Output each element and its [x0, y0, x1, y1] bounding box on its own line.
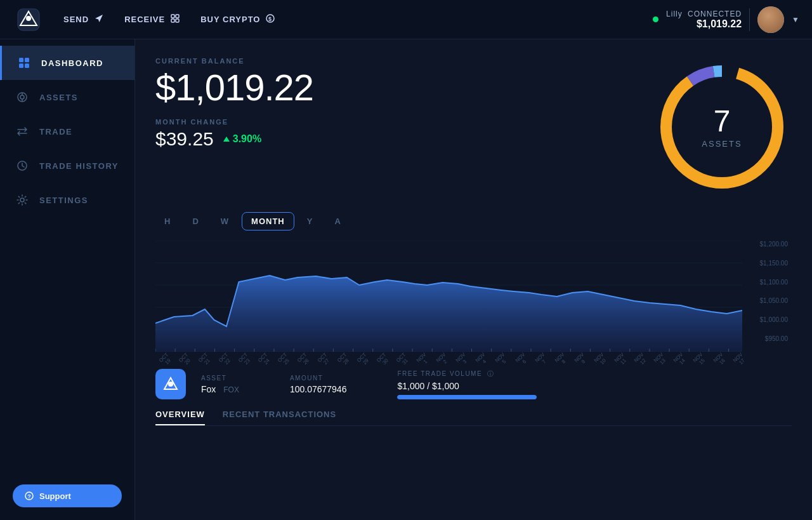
- logo[interactable]: [13, 8, 44, 32]
- tabs-row: OVERVIEW RECENT TRANSACTIONS: [155, 410, 792, 426]
- info-icon: ⓘ: [487, 370, 495, 377]
- support-button[interactable]: ? Support: [13, 484, 122, 507]
- chevron-down-icon[interactable]: ▼: [792, 15, 799, 24]
- sidebar-item-assets[interactable]: ASSETS: [0, 80, 134, 114]
- receive-label: RECEIVE: [124, 15, 165, 24]
- time-btn-a[interactable]: A: [325, 213, 350, 230]
- chart-wrapper: .xl { font-size: 8px; color: #3a5070; tr…: [155, 241, 792, 361]
- topnav-right: Lilly CONNECTED $1,019.22 ▼: [653, 6, 799, 33]
- asset-columns: ASSET Fox FOX AMOUNT 100.07677946 FREE T…: [201, 370, 792, 399]
- svg-point-18: [20, 198, 24, 202]
- y-label: $950.00: [765, 335, 788, 342]
- x-label: NOV14: [672, 351, 689, 368]
- asset-trade-vol-col: FREE TRADE VOLUME ⓘ $1,000 / $1,000: [397, 370, 537, 399]
- svg-point-62: [168, 382, 173, 387]
- status-dot: [653, 17, 658, 22]
- sidebar-label-dashboard: DASHBOARD: [41, 58, 103, 68]
- asset-amount-col: AMOUNT 100.07677946: [290, 375, 347, 394]
- svg-rect-10: [25, 58, 29, 62]
- donut-chart: 7 ASSETS: [652, 57, 792, 197]
- time-btn-w[interactable]: W: [212, 213, 238, 230]
- amount-value: 100.07677946: [290, 384, 347, 394]
- sidebar-spacer: [0, 217, 134, 472]
- sidebar-item-trade[interactable]: TRADE: [0, 114, 134, 149]
- time-btn-y[interactable]: Y: [298, 213, 322, 230]
- send-button[interactable]: SEND: [63, 13, 104, 25]
- y-label: $1,200.00: [760, 241, 789, 248]
- x-label: NOV1: [415, 351, 432, 368]
- month-change-pct: 3.90%: [223, 133, 261, 145]
- svg-rect-3: [171, 15, 174, 18]
- asset-col-label: ASSET: [201, 375, 239, 382]
- x-label: OCT24: [256, 351, 273, 368]
- sidebar-label-trade-history: TRADE HISTORY: [39, 161, 119, 171]
- settings-icon: [15, 193, 29, 207]
- x-label: NOV17: [731, 351, 749, 368]
- x-label: OCT26: [296, 351, 313, 368]
- x-label: NOV10: [593, 351, 610, 368]
- x-label: OCT22: [217, 351, 234, 368]
- svg-rect-4: [176, 15, 179, 18]
- time-btn-h[interactable]: H: [155, 213, 180, 230]
- top-section: CURRENT BALANCE $1,019.22 MONTH CHANGE $…: [155, 57, 792, 197]
- asset-name-value: Fox FOX: [201, 384, 239, 394]
- svg-rect-5: [171, 19, 174, 22]
- assets-icon: [15, 90, 29, 104]
- sidebar-item-dashboard[interactable]: DASHBOARD: [0, 46, 134, 80]
- buy-crypto-button[interactable]: BUY CRYPTO $: [200, 13, 275, 25]
- amount-col-label: AMOUNT: [290, 375, 347, 382]
- x-label: NOV16: [712, 351, 729, 368]
- x-label: NOV3: [454, 351, 471, 368]
- avatar-image: [757, 6, 784, 33]
- tab-overview[interactable]: OVERVIEW: [155, 410, 205, 425]
- sidebar: DASHBOARD ASSETS TRADE: [0, 39, 135, 520]
- x-label: NOV7: [534, 351, 551, 368]
- sidebar-item-settings[interactable]: SETTINGS: [0, 183, 134, 217]
- svg-point-14: [20, 95, 24, 99]
- chart-area: .xl { font-size: 8px; color: #3a5070; tr…: [155, 241, 742, 361]
- send-icon: [94, 13, 104, 25]
- x-label: OCT23: [237, 351, 254, 368]
- x-label: NOV13: [652, 351, 669, 368]
- month-change-label: MONTH CHANGE: [155, 118, 313, 126]
- x-label: NOV8: [553, 351, 570, 368]
- sidebar-label-assets: ASSETS: [39, 93, 78, 102]
- progress-bar-fill: [397, 395, 537, 399]
- donut-number: 7: [702, 106, 742, 137]
- x-label: NOV12: [632, 351, 650, 368]
- x-label: NOV2: [435, 351, 452, 368]
- sidebar-label-trade: TRADE: [39, 127, 72, 137]
- chart-y-labels: $1,200.00 $1,150.00 $1,100.00 $1,050.00 …: [742, 241, 792, 342]
- avatar[interactable]: [757, 6, 784, 33]
- sidebar-item-trade-history[interactable]: TRADE HISTORY: [0, 149, 134, 183]
- buy-icon: $: [265, 13, 275, 25]
- x-label: NOV15: [691, 351, 709, 368]
- svg-rect-12: [25, 63, 29, 68]
- month-change-amount: $39.25: [155, 128, 214, 150]
- sidebar-label-settings: SETTINGS: [39, 196, 88, 205]
- dashboard-icon: [17, 56, 31, 70]
- y-label: $1,150.00: [760, 260, 789, 267]
- trade-vol-value: $1,000 / $1,000: [397, 381, 537, 391]
- svg-text:?: ?: [27, 493, 31, 500]
- x-label: OCT25: [276, 351, 293, 368]
- x-label: OCT28: [336, 351, 353, 368]
- arrow-up-icon: [223, 135, 230, 143]
- progress-bar-container: [397, 395, 537, 399]
- svg-rect-6: [176, 19, 179, 22]
- time-btn-month[interactable]: MONTH: [242, 212, 294, 230]
- time-btn-d[interactable]: D: [183, 213, 207, 230]
- receive-button[interactable]: RECEIVE: [124, 13, 180, 25]
- svg-point-2: [26, 16, 31, 21]
- donut-label: ASSETS: [702, 139, 742, 149]
- x-label: OCT19: [157, 351, 174, 368]
- asset-row: ASSET Fox FOX AMOUNT 100.07677946 FREE T…: [155, 369, 792, 399]
- user-balance: $1,019.22: [666, 18, 742, 30]
- chart-x-axis: .xl { font-size: 8px; color: #3a5070; tr…: [155, 356, 742, 367]
- x-label: OCT29: [355, 351, 372, 368]
- topnav-actions: SEND RECEIVE BUY CRYPTO: [63, 13, 653, 25]
- svg-rect-11: [19, 63, 23, 68]
- asset-name-col: ASSET Fox FOX: [201, 375, 239, 394]
- tab-recent-transactions[interactable]: RECENT TRANSACTIONS: [223, 410, 336, 425]
- x-label: NOV5: [494, 351, 511, 368]
